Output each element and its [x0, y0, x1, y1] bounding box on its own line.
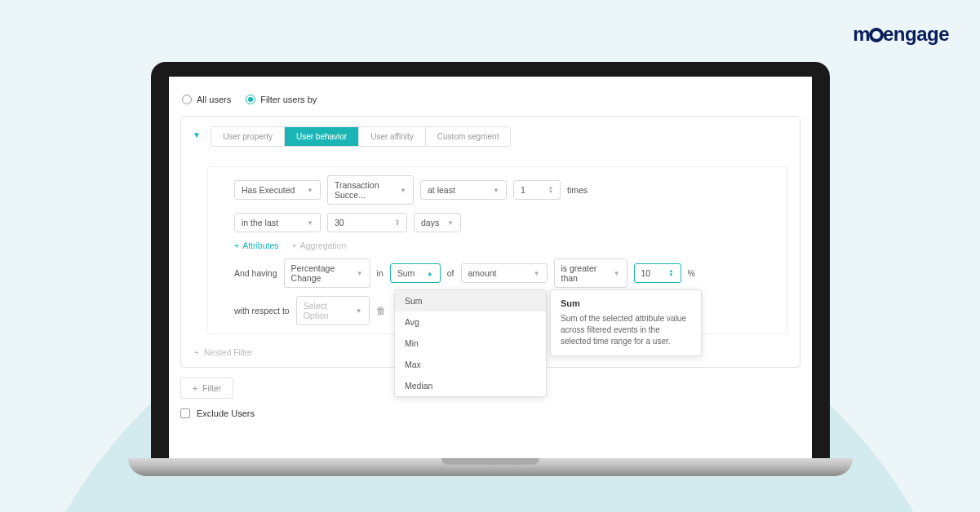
radio-all-users[interactable]: All users	[182, 95, 231, 104]
tab-user-behavior[interactable]: User behavior	[285, 127, 359, 146]
in-label: in	[377, 268, 384, 278]
add-filter-button[interactable]: + Filter	[180, 377, 233, 399]
chevron-down-icon: ▼	[447, 219, 454, 227]
label: All users	[197, 95, 231, 104]
chevron-down-icon: ▼	[534, 270, 540, 277]
chevron-down-icon: ▼	[400, 187, 406, 194]
event-select[interactable]: Transaction Succe...▼	[327, 175, 414, 205]
percent-label: %	[688, 268, 695, 278]
tab-custom-segment[interactable]: Custom segment	[426, 127, 511, 146]
dropdown-item-min[interactable]: Min	[395, 333, 546, 354]
spinner-icon: ▲▼	[395, 218, 400, 227]
with-respect-label: with respect to	[234, 306, 290, 316]
dropdown-item-max[interactable]: Max	[395, 354, 546, 375]
dropdown-item-avg[interactable]: Avg	[395, 311, 546, 333]
spinner-icon: ▲▼	[669, 269, 674, 277]
tooltip-desc: Sum of the selected attribute value acro…	[561, 313, 691, 347]
tooltip-sum: Sum Sum of the selected attribute value …	[550, 289, 702, 356]
has-executed-select[interactable]: Has Executed▼	[234, 180, 321, 200]
exclude-checkbox[interactable]	[180, 408, 190, 418]
value-input[interactable]: 10▲▼	[634, 263, 681, 283]
metric-select[interactable]: Percentage Change▼	[284, 258, 370, 288]
spinner-icon: ▲▼	[548, 186, 553, 194]
segment-tabs: User property User behavior User affinit…	[211, 126, 511, 147]
chevron-down-icon: ▼	[493, 187, 499, 194]
radio-icon	[182, 95, 192, 104]
delete-icon[interactable]: 🗑	[376, 305, 386, 316]
chevron-down-icon: ▼	[614, 270, 620, 277]
exclude-label: Exclude Users	[197, 408, 255, 418]
aggregation-select[interactable]: Sum▲	[390, 263, 441, 283]
aggregation-dropdown: Sum Avg Min Max Median	[394, 289, 547, 397]
chevron-down-icon: ▼	[307, 187, 313, 194]
count-input[interactable]: 1▲▼	[513, 180, 561, 200]
brand-logo: mengage	[853, 23, 949, 46]
chevron-down-icon: ▼	[307, 219, 313, 227]
chevron-up-icon: ▲	[427, 270, 433, 277]
app-screen: All users Filter users by ▼ User propert…	[169, 77, 812, 458]
dropdown-item-sum[interactable]: Sum	[395, 290, 546, 311]
add-attributes-button[interactable]: + Attributes	[234, 241, 279, 250]
unit-select[interactable]: days▼	[414, 213, 461, 232]
tooltip-title: Sum	[561, 298, 691, 308]
tab-user-property[interactable]: User property	[211, 127, 285, 146]
radio-icon	[246, 95, 255, 104]
radio-filter-by[interactable]: Filter users by	[246, 95, 317, 104]
in-last-select[interactable]: in the last▼	[234, 213, 321, 232]
collapse-caret-icon[interactable]: ▼	[193, 130, 201, 139]
chevron-down-icon: ▼	[357, 270, 363, 277]
label: Filter users by	[260, 95, 317, 104]
comparator-select[interactable]: is greater than▼	[554, 258, 627, 288]
respect-select[interactable]: Select Option▼	[296, 296, 370, 325]
and-having-label: And having	[234, 268, 277, 278]
of-label: of	[447, 268, 455, 278]
days-input[interactable]: 30▲▼	[327, 213, 407, 232]
add-aggregation-button[interactable]: + Aggregation	[292, 241, 347, 250]
times-label: times	[567, 185, 588, 195]
at-least-select[interactable]: at least▼	[420, 180, 507, 200]
laptop-frame: All users Filter users by ▼ User propert…	[151, 62, 830, 476]
dropdown-item-median[interactable]: Median	[395, 375, 546, 396]
chevron-down-icon: ▼	[356, 307, 362, 315]
attribute-select[interactable]: amount▼	[461, 263, 548, 283]
tab-user-affinity[interactable]: User affinity	[359, 127, 426, 146]
